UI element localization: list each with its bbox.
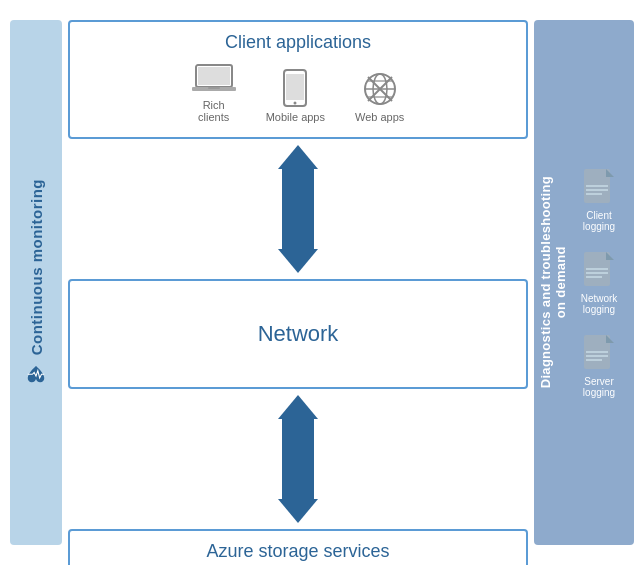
network-box: Network [68, 279, 528, 389]
web-apps-group: Web apps [355, 71, 404, 123]
svg-rect-44 [586, 272, 608, 274]
svg-rect-5 [286, 74, 304, 100]
svg-rect-40 [586, 193, 602, 195]
laptop-icon [192, 63, 236, 95]
center-content: Client applications Richclients [68, 20, 528, 545]
mobile-apps-label: Mobile apps [266, 111, 325, 123]
globe-icon [362, 71, 398, 107]
double-arrow [278, 145, 318, 273]
svg-rect-1 [198, 67, 230, 85]
server-logging-label: Serverlogging [583, 376, 615, 398]
svg-rect-49 [586, 355, 608, 357]
mobile-icon [282, 69, 308, 107]
svg-rect-43 [586, 268, 608, 270]
svg-rect-45 [586, 276, 602, 278]
web-apps-label: Web apps [355, 111, 404, 123]
arrow-down-head-2 [278, 499, 318, 523]
svg-rect-3 [208, 87, 220, 89]
mobile-apps-group: Mobile apps [266, 69, 325, 123]
client-apps-icons: Richclients Mobile apps [82, 63, 514, 123]
rich-clients-group: Richclients [192, 63, 236, 123]
double-arrow-2 [278, 395, 318, 523]
server-logging-icon [582, 333, 616, 373]
server-logging-item: Serverlogging [582, 333, 616, 398]
logging-items: Clientlogging Networklogging [581, 167, 618, 398]
svg-rect-39 [586, 189, 608, 191]
arrow-down-head [278, 249, 318, 273]
client-logging-label: Clientlogging [583, 210, 615, 232]
arrow-up-down-2 [68, 389, 528, 529]
diagnostics-label: Diagnostics and troubleshootingon demand [538, 176, 568, 388]
svg-marker-47 [606, 335, 614, 343]
arrow-up-down [68, 139, 528, 279]
svg-point-6 [294, 102, 297, 105]
svg-rect-50 [586, 359, 602, 361]
heart-icon [25, 364, 47, 386]
arrow-up-head-2 [278, 395, 318, 419]
rich-clients-label: Richclients [198, 99, 229, 123]
main-container: Continuous monitoring Client application… [0, 0, 644, 565]
arrow-shaft [282, 169, 314, 249]
right-sidebar: Diagnostics and troubleshootingon demand… [534, 20, 634, 545]
client-logging-icon [582, 167, 616, 207]
svg-rect-38 [586, 185, 608, 187]
right-text-wrapper: Diagnostics and troubleshootingon demand [534, 20, 572, 545]
network-logging-label: Networklogging [581, 293, 618, 315]
continuous-monitoring-label: Continuous monitoring [25, 179, 47, 385]
client-apps-box: Client applications Richclients [68, 20, 528, 139]
network-title: Network [258, 321, 339, 347]
svg-rect-48 [586, 351, 608, 353]
client-logging-item: Clientlogging [582, 167, 616, 232]
azure-title: Azure storage services [82, 541, 514, 562]
arrow-shaft-2 [282, 419, 314, 499]
network-logging-item: Networklogging [581, 250, 618, 315]
arrow-up-head [278, 145, 318, 169]
client-apps-title: Client applications [82, 32, 514, 53]
azure-box: Azure storage services 1001 Blobs [68, 529, 528, 565]
network-logging-icon [582, 250, 616, 290]
left-sidebar: Continuous monitoring [10, 20, 62, 545]
